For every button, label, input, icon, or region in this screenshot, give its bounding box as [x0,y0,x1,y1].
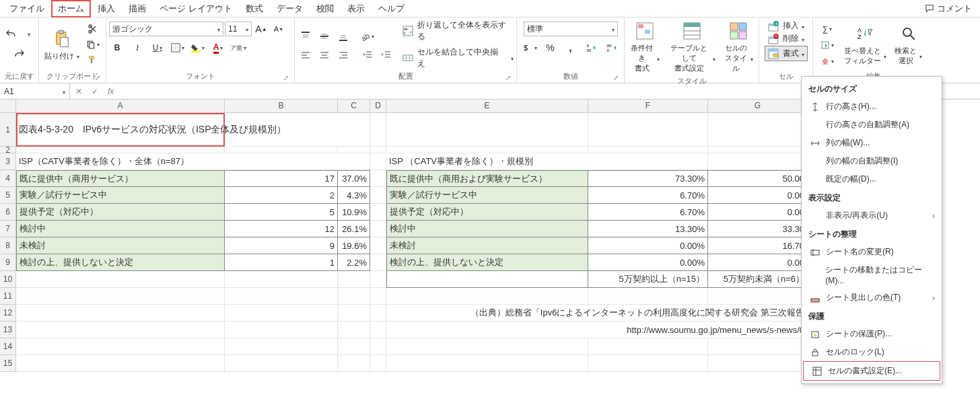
cell-g8[interactable]: 16.70 [708,237,808,254]
menu-lock-cell[interactable]: セルのロック(L) [802,343,942,361]
cell-d15[interactable] [370,355,386,372]
cell-g14[interactable] [708,338,808,355]
cell-b6[interactable]: 5 [225,204,338,221]
fx-button[interactable]: fx [105,87,116,96]
number-format-combo[interactable]: 標準 [524,22,618,36]
cell-d4[interactable] [370,170,386,187]
menu-col-width[interactable]: 列の幅(W)... [802,134,942,152]
cell-d7[interactable] [370,221,386,237]
cell-c5[interactable]: 4.3% [338,187,370,204]
col-head-c[interactable]: C [338,100,370,113]
cell-f14[interactable] [588,338,708,355]
cell-g6[interactable]: 0.00 [708,204,808,221]
cell-c15[interactable] [338,355,370,372]
cell-f8[interactable]: 0.00% [588,237,708,254]
cell-g11[interactable] [708,288,808,305]
cell-a15[interactable] [16,355,225,372]
row-head-8[interactable]: 8 [0,237,16,254]
cell-e12[interactable]: （出典）総務省「Ipv6によるインターネットの利用高度化に関する研究会 第三次報… [386,305,808,322]
cell-e3[interactable]: ISP （CATV事業者を除く）・規模別 [386,153,708,170]
menu-default-width[interactable]: 既定の幅(D)... [802,170,942,188]
cell-g7[interactable]: 33.30 [708,221,808,237]
underline-button[interactable]: U [149,40,166,55]
cell-c6[interactable]: 10.9% [338,204,370,221]
increase-font-button[interactable]: A▲ [253,22,269,36]
comments-button[interactable]: コメント [919,1,977,16]
cell-d11[interactable] [370,288,386,305]
cell-g3[interactable] [708,153,808,170]
percent-format-button[interactable]: % [542,40,559,55]
clipboard-launcher[interactable]: ⤢ [94,73,102,81]
cell-b2[interactable] [225,147,338,153]
insert-cells-button[interactable]: + 挿入 [768,20,804,32]
increase-decimal-button[interactable]: .0.00 [583,40,599,55]
cell-b7[interactable]: 12 [225,221,338,237]
font-name-combo[interactable]: 游ゴシック [109,22,223,36]
cell-e15[interactable] [386,355,588,372]
cell-a11[interactable] [16,288,225,305]
row-head-6[interactable]: 6 [0,204,16,221]
delete-cells-button[interactable]: − 削除 [768,33,804,44]
align-bottom-button[interactable] [335,29,351,44]
cell-e6[interactable]: 提供予定（対応中） [386,204,588,221]
menu-file[interactable]: ファイル [3,0,51,17]
cell-a7[interactable]: 検討中 [16,221,225,237]
cell-c13[interactable] [338,322,370,338]
cell-c4[interactable]: 37.0% [338,170,370,187]
cell-d6[interactable] [370,204,386,221]
cell-e14[interactable] [386,338,588,355]
decrease-decimal-button[interactable]: .00.0 [603,40,619,55]
cell-c14[interactable] [338,338,370,355]
cell-f2[interactable] [588,147,708,153]
cell-b14[interactable] [225,338,338,355]
phonetic-button[interactable]: ア亜 [230,40,246,55]
cell-g2[interactable] [708,147,808,153]
cell-c8[interactable]: 19.6% [338,237,370,254]
cell-b8[interactable]: 9 [225,237,338,254]
align-left-button[interactable] [298,48,314,63]
undo-dropdown[interactable] [20,27,36,42]
cell-a2[interactable] [16,147,225,153]
cell-e10[interactable] [386,271,588,288]
decrease-font-button[interactable]: A▼ [271,22,287,36]
cell-b13[interactable] [225,322,338,338]
cell-b10[interactable] [225,271,338,288]
row-head-11[interactable]: 11 [0,288,16,305]
font-launcher[interactable]: ⤢ [282,73,290,81]
cell-g9[interactable]: 0.00 [708,254,808,271]
cell-a3[interactable]: ISP（CATV事業者を除く）・全体（n=87） [16,153,370,170]
cell-e13[interactable]: http://www.soumu.go.jp/menu_news/s-news/… [386,322,808,338]
cell-c10[interactable] [338,271,370,288]
cell-e11[interactable] [386,288,588,305]
cell-a4[interactable]: 既に提供中（商用サービス） [16,170,225,187]
cell-g5[interactable]: 0.00 [708,187,808,204]
align-right-button[interactable] [335,48,351,63]
row-head-5[interactable]: 5 [0,187,16,204]
row-head-7[interactable]: 7 [0,221,16,237]
row-head-14[interactable]: 14 [0,338,16,355]
copy-button[interactable] [85,37,101,52]
number-launcher[interactable]: ⤢ [612,73,620,81]
cell-d13[interactable] [370,322,386,338]
cell-e9[interactable]: 検討の上、提供しないと決定 [386,254,588,271]
paste-button[interactable]: 貼り付け [42,27,82,63]
menu-home[interactable]: ホーム [51,0,91,17]
cell-d9[interactable] [370,254,386,271]
col-head-g[interactable]: G [708,100,808,113]
cell-c12[interactable] [338,305,370,322]
cell-d14[interactable] [370,338,386,355]
cell-f1[interactable] [588,113,708,147]
cancel-formula-button[interactable]: ✕ [73,87,85,96]
clear-button[interactable] [816,54,839,69]
cell-b12[interactable] [225,305,338,322]
cell-a6[interactable]: 提供予定（対応中） [16,204,225,221]
cell-b9[interactable]: 1 [225,254,338,271]
cell-d12[interactable] [370,305,386,322]
undo-button[interactable] [3,27,19,42]
cell-a9[interactable]: 検討の上、提供しないと決定 [16,254,225,271]
cell-g4[interactable]: 50.00 [708,170,808,187]
cell-c7[interactable]: 26.1% [338,221,370,237]
decrease-indent-button[interactable] [359,48,376,63]
cell-c2[interactable] [338,147,370,153]
font-color-button[interactable]: A [210,40,226,55]
